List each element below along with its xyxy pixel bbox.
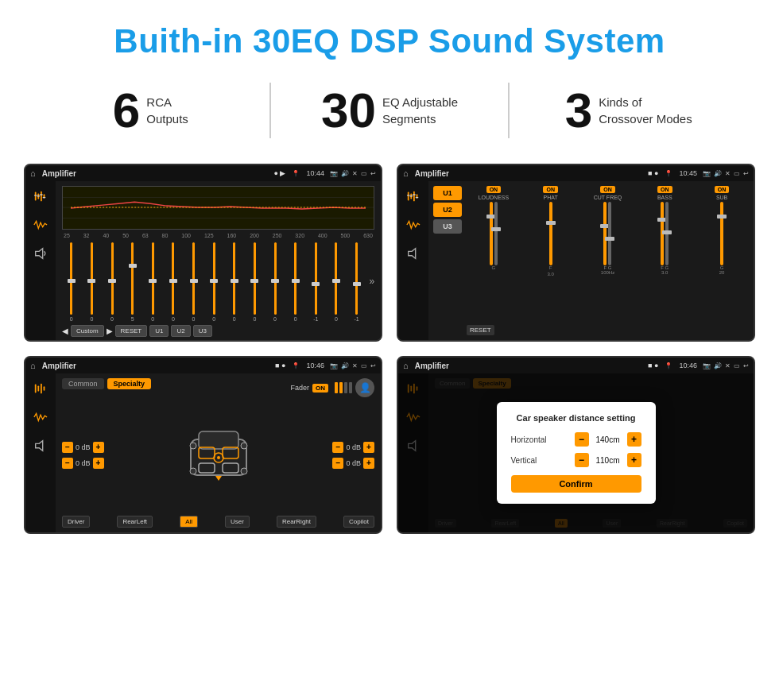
user-btn[interactable]: User [225,516,250,528]
u3-btn[interactable]: U3 [433,219,462,234]
eq-prev[interactable]: ◀ [62,327,68,335]
profile-icon[interactable]: 👤 [355,378,374,397]
eq-slider-1[interactable]: 0 [83,241,102,322]
rear-right-plus[interactable]: + [363,458,374,469]
sub-on[interactable]: ON [715,186,730,193]
speaker-icon-2[interactable] [405,245,422,262]
rear-left-plus[interactable]: + [93,458,104,469]
phat-on[interactable]: ON [543,186,558,193]
tab-specialty[interactable]: Specialty [107,378,152,389]
vertical-label: Vertical [511,456,570,465]
eq-slider-8[interactable]: 0 [225,241,244,322]
loudness-on[interactable]: ON [486,186,502,193]
home-icon-2[interactable]: ⌂ [403,168,409,178]
speaker-layout: − 0 dB + − 0 dB + [62,397,374,512]
screen2-status-bar: ⌂ Amplifier ■ ● 📍 10:45 📷 🔊 ✕ ▭ ↩ [398,165,754,181]
home-icon-3[interactable]: ⌂ [30,361,36,370]
tab-common[interactable]: Common [62,378,104,389]
eq-custom-btn[interactable]: Custom [71,325,104,337]
stat-number-crossover: 3 [565,86,592,135]
eq-u3-btn[interactable]: U3 [193,325,212,337]
eq-slider-14[interactable]: -1 [347,241,366,322]
screen1-status-bar: ⌂ Amplifier ● ▶ 📍 10:44 📷 🔊 ✕ ▭ ↩ [25,165,381,181]
front-left-plus[interactable]: + [93,442,104,453]
front-left-db: − 0 dB + [62,442,104,453]
speaker-icon[interactable] [32,245,49,262]
screen-icon-3: ▭ [361,362,367,369]
fader-bar-3 [344,382,347,393]
all-btn[interactable]: All [180,516,198,528]
eq-slider-3[interactable]: 5 [123,241,142,322]
bass-on[interactable]: ON [657,186,672,193]
speaker-icon-3[interactable] [32,437,49,454]
eq-u2-btn[interactable]: U2 [171,325,190,337]
screen1-wrapper: ⌂ Amplifier ● ▶ 📍 10:44 📷 🔊 ✕ ▭ ↩ [24,164,382,342]
front-right-minus[interactable]: − [332,442,343,453]
home-icon[interactable]: ⌂ [30,168,36,178]
eq-bottom-bar: ◀ Custom ▶ RESET U1 U2 U3 [62,325,374,337]
cutfreq-on[interactable]: ON [600,186,615,193]
back-icon-3[interactable]: ↩ [370,362,376,369]
back-icon-4[interactable]: ↩ [743,362,749,369]
eq-slider-10[interactable]: 0 [265,241,285,322]
eq-slider-0[interactable]: 0 [62,241,81,322]
rearleft-btn[interactable]: RearLeft [117,516,153,528]
horizontal-minus[interactable]: − [575,432,589,447]
front-left-val: 0 dB [76,443,91,451]
wave-icon-3[interactable] [32,408,49,426]
screenshots-grid: ⌂ Amplifier ● ▶ 📍 10:44 📷 🔊 ✕ ▭ ↩ [0,156,779,558]
wave-icon[interactable] [32,216,49,234]
stat-label-eq: EQ Adjustable Segments [382,94,458,127]
eq-icon-3[interactable] [32,380,49,397]
scroll-arrows[interactable]: » [367,241,374,322]
back-icon-2[interactable]: ↩ [743,170,749,177]
rear-left-minus[interactable]: − [62,458,73,469]
front-right-plus[interactable]: + [363,442,374,453]
eq-icon-2[interactable] [405,188,422,205]
screen2-app-title: Amplifier [415,169,645,178]
front-left-minus[interactable]: − [62,442,73,453]
crossover-reset-btn[interactable]: RESET [467,325,494,335]
svg-rect-19 [416,197,419,198]
eq-slider-9[interactable]: 0 [246,241,265,322]
page-title: Buith-in 30EQ DSP Sound System [0,0,779,75]
vertical-row: Vertical − 110cm + [511,453,641,467]
eq-slider-11[interactable]: 0 [286,241,305,322]
location-icon-3: 📍 [292,362,300,369]
eq-slider-6[interactable]: 0 [184,241,203,322]
screen1-time: 10:44 [306,169,324,177]
confirm-button[interactable]: Confirm [511,475,641,493]
eq-slider-7[interactable]: 0 [204,241,223,322]
back-icon[interactable]: ↩ [370,170,376,177]
horizontal-plus[interactable]: + [627,432,641,447]
rearright-btn[interactable]: RearRight [277,516,316,528]
eq-slider-2[interactable]: 0 [103,241,122,322]
eq-reset-btn[interactable]: RESET [115,325,148,337]
wave-icon-2[interactable] [405,216,422,234]
screen4-wrapper: ⌂ Amplifier ■ ● 📍 10:46 📷 🔊 ✕ ▭ ↩ [397,356,755,534]
dialog-overlay: Car speaker distance setting Horizontal … [398,373,754,532]
car-diagram [179,423,258,487]
vertical-plus[interactable]: + [627,453,641,467]
eq-u1-btn[interactable]: U1 [149,325,169,337]
u2-btn[interactable]: U2 [433,203,462,217]
copilot-btn[interactable]: Copilot [343,516,374,528]
eq-slider-13[interactable]: 0 [327,241,346,322]
speaker-tabs: Common Specialty [62,378,151,389]
eq-slider-5[interactable]: 0 [164,241,183,322]
eq-icon[interactable] [32,188,49,205]
vertical-minus[interactable]: − [575,453,589,467]
eq-slider-4[interactable]: 0 [144,241,163,322]
svg-rect-14 [413,191,415,202]
eq-next[interactable]: ▶ [107,327,113,335]
fader-on-btn[interactable]: ON [312,384,328,393]
close-icon-2: ✕ [725,170,731,177]
stat-number-rca: 6 [113,86,140,135]
rear-right-minus[interactable]: − [332,458,343,469]
u1-btn[interactable]: U1 [433,186,462,200]
eq-slider-12[interactable]: -1 [307,241,326,322]
driver-btn[interactable]: Driver [62,516,90,528]
home-icon-4[interactable]: ⌂ [403,361,409,370]
crossover-layout: U1 U2 U3 ON LOUDNESS [428,181,754,340]
stat-label-crossover: Kinds of Crossover Modes [599,94,692,127]
